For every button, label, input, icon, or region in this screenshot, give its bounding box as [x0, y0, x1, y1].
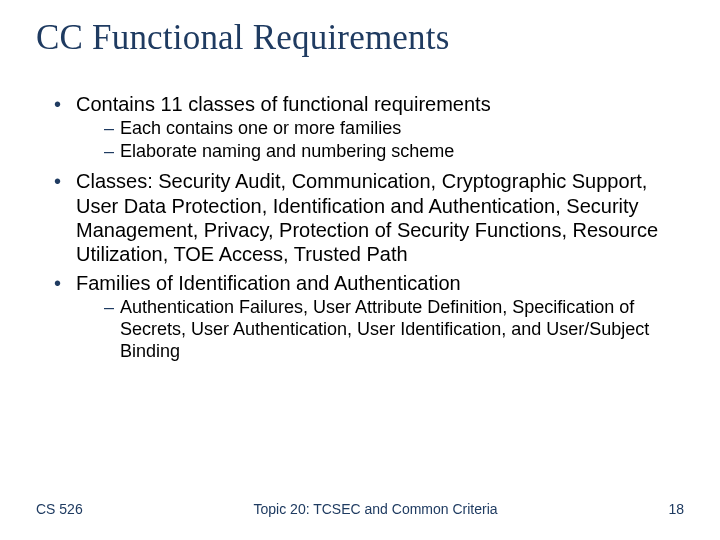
- slide-footer: CS 526 Topic 20: TCSEC and Common Criter…: [0, 501, 720, 519]
- footer-topic: Topic 20: TCSEC and Common Criteria: [83, 501, 669, 519]
- bullet-item: Contains 11 classes of functional requir…: [54, 92, 684, 163]
- slide-title: CC Functional Requirements: [36, 18, 684, 58]
- bullet-text: Families of Identification and Authentic…: [76, 272, 461, 294]
- bullet-text: Contains 11 classes of functional requir…: [76, 93, 491, 115]
- bullet-list: Contains 11 classes of functional requir…: [36, 92, 684, 363]
- bullet-item: Classes: Security Audit, Communication, …: [54, 169, 684, 267]
- bullet-item: Families of Identification and Authentic…: [54, 271, 684, 363]
- sub-bullet-item: Each contains one or more families: [104, 118, 684, 140]
- sub-bullet-item: Elaborate naming and numbering scheme: [104, 141, 684, 163]
- sub-bullet-list: Authentication Failures, User Attribute …: [76, 297, 684, 363]
- slide: CC Functional Requirements Contains 11 c…: [0, 0, 720, 540]
- sub-bullet-list: Each contains one or more families Elabo…: [76, 118, 684, 163]
- footer-page-number: 18: [668, 501, 684, 517]
- sub-bullet-item: Authentication Failures, User Attribute …: [104, 297, 684, 363]
- footer-course-code: CS 526: [36, 501, 83, 517]
